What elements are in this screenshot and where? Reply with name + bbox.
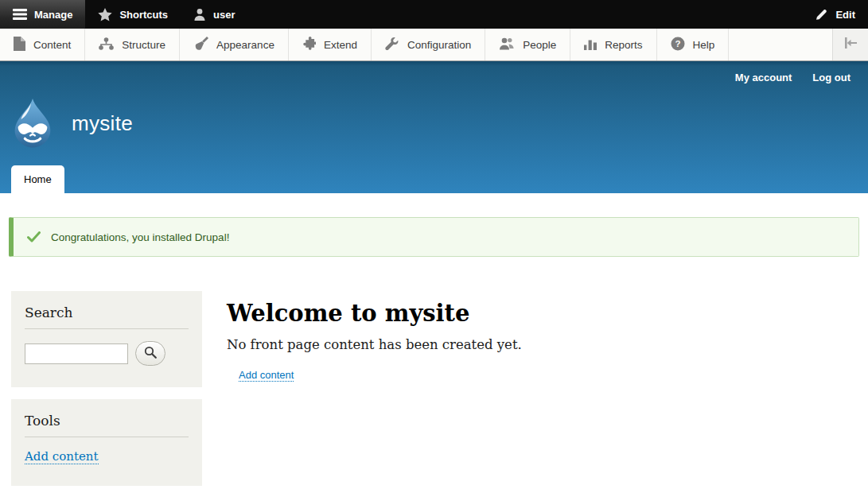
sidebar-add-content-link[interactable]: Add content: [25, 449, 99, 464]
tray-item-help-label: Help: [693, 39, 715, 51]
status-message-text: Congratulations, you installed Drupal!: [51, 231, 229, 243]
wrench-icon: [385, 37, 399, 53]
search-block: Search: [11, 291, 202, 387]
empty-frontpage-text: No front page content has been created y…: [227, 337, 522, 352]
secondary-menu: My account Log out: [735, 72, 850, 83]
tray-item-configuration[interactable]: Configuration: [372, 29, 485, 60]
tray-item-appearance-label: Appearance: [216, 39, 274, 51]
toolbar-manage-tab[interactable]: Manage: [0, 0, 85, 29]
file-icon: [14, 37, 25, 53]
admin-tray: Content Structure Appearance Extend Conf…: [0, 29, 868, 61]
tray-item-help[interactable]: ? Help: [657, 29, 730, 60]
edit-button[interactable]: Edit: [802, 0, 868, 29]
toolbar-user-tab[interactable]: user: [181, 0, 247, 29]
help-icon: ?: [671, 37, 685, 53]
my-account-link[interactable]: My account: [735, 72, 792, 83]
admin-toolbar: Manage Shortcuts user Edit: [0, 0, 868, 29]
tab-home[interactable]: Home: [11, 165, 64, 193]
druplicon-logo[interactable]: [10, 98, 56, 149]
edit-button-label: Edit: [835, 9, 855, 21]
tray-spacer: [729, 29, 832, 60]
paintbrush-icon: [193, 37, 208, 52]
search-form: [25, 341, 189, 366]
svg-text:?: ?: [675, 39, 680, 49]
bar-chart-icon: [584, 37, 597, 52]
site-header: My account Log out: [0, 61, 868, 193]
sidebar: Search Tools Add content: [11, 291, 202, 489]
menu-icon: [13, 9, 27, 20]
main-content: Welcome to mysite No front page content …: [227, 300, 522, 382]
log-out-link[interactable]: Log out: [812, 72, 850, 83]
tools-block: Tools Add content: [11, 399, 202, 486]
checkmark-icon: [27, 231, 41, 245]
tray-item-reports[interactable]: Reports: [570, 29, 656, 60]
search-block-title: Search: [25, 305, 189, 329]
status-message: Congratulations, you installed Drupal!: [9, 217, 859, 257]
admin-toolbar-left: Manage Shortcuts user: [0, 0, 248, 29]
tray-item-structure-label: Structure: [122, 39, 165, 51]
tools-block-title: Tools: [25, 413, 189, 437]
tray-item-people[interactable]: People: [485, 29, 570, 60]
drupal-admin-page: Manage Shortcuts user Edit: [0, 0, 868, 489]
toolbar-orientation-toggle[interactable]: [832, 29, 868, 60]
tray-item-people-label: People: [523, 39, 556, 51]
main-area: Congratulations, you installed Drupal! S…: [0, 217, 868, 489]
people-icon: [499, 37, 515, 52]
search-submit-button[interactable]: [135, 341, 165, 366]
tray-item-appearance[interactable]: Appearance: [180, 29, 289, 60]
add-content-link[interactable]: Add content: [239, 369, 294, 382]
site-name[interactable]: mysite: [72, 111, 133, 136]
puzzle-icon: [302, 37, 316, 53]
page-layout: Search Tools Add content: [0, 257, 868, 489]
search-input[interactable]: [25, 343, 128, 364]
collapse-left-icon: [843, 37, 858, 52]
star-icon: [98, 8, 112, 21]
tray-item-configuration-label: Configuration: [407, 39, 471, 51]
tray-item-content[interactable]: Content: [0, 29, 85, 60]
sitemap-icon: [99, 37, 114, 52]
tray-item-content-label: Content: [33, 39, 71, 51]
tray-item-extend-label: Extend: [324, 39, 357, 51]
tray-item-structure[interactable]: Structure: [85, 29, 180, 60]
magnifier-icon: [144, 346, 157, 361]
site-branding: mysite: [10, 98, 133, 149]
tray-item-extend[interactable]: Extend: [289, 29, 372, 60]
admin-toolbar-right: Edit: [802, 0, 868, 29]
primary-tabs: Home: [11, 165, 64, 193]
pencil-icon: [815, 8, 828, 21]
toolbar-user-label: user: [213, 9, 235, 21]
toolbar-shortcuts-tab[interactable]: Shortcuts: [85, 0, 181, 29]
user-icon: [193, 8, 206, 21]
toolbar-shortcuts-label: Shortcuts: [119, 9, 168, 21]
page-title: Welcome to mysite: [227, 300, 522, 327]
tray-item-reports-label: Reports: [605, 39, 642, 51]
toolbar-manage-label: Manage: [34, 9, 72, 21]
